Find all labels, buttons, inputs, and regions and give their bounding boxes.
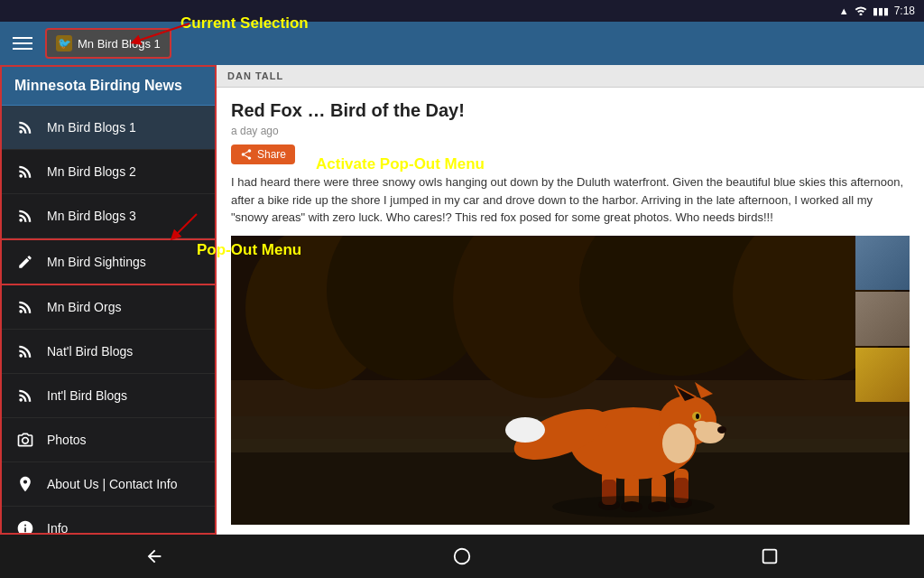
svg-point-15	[717, 426, 726, 434]
sidebar-item-natl-bird-blogs[interactable]: Nat'l Bird Blogs	[2, 330, 215, 374]
sidebar-header: Minnesota Birding News	[2, 67, 215, 106]
battery-icon: ▮▮▮	[873, 5, 889, 17]
sidebar-item-mn-bird-blogs-3[interactable]: Mn Bird Blogs 3	[2, 194, 215, 238]
sidebar-item-label-6: Nat'l Bird Blogs	[47, 344, 133, 359]
sidebar-item-label-8: Photos	[47, 433, 87, 447]
sidebar-item-about-us[interactable]: About Us | Contact Info	[2, 462, 215, 507]
hamburger-button[interactable]	[9, 33, 36, 53]
content-header-label: DAN TALL	[227, 70, 283, 81]
current-selection-badge[interactable]: 🐦 Mn Bird Blogs 1	[45, 28, 171, 59]
top-bar: 🐦 Mn Bird Blogs 1 Current Selection	[0, 22, 924, 65]
pen-icon	[14, 251, 36, 273]
share-label: Share	[257, 148, 286, 161]
svg-point-17	[696, 414, 699, 419]
bottom-nav	[0, 535, 924, 578]
home-button[interactable]	[425, 539, 499, 573]
svg-point-35	[552, 496, 715, 517]
sidebar-item-label-10: Info	[47, 521, 68, 535]
hamburger-line-2	[13, 42, 32, 44]
wifi-icon	[855, 5, 867, 17]
thumb-2	[855, 292, 910, 346]
svg-point-38	[455, 549, 470, 564]
sidebar-item-mn-bird-orgs[interactable]: Mn Bird Orgs	[2, 285, 215, 330]
article: Red Fox … Bird of the Day! a day ago Sha…	[217, 88, 924, 535]
sidebar-item-info[interactable]: Info	[2, 507, 215, 535]
time-display: 7:18	[894, 5, 915, 17]
badge-label: Mn Bird Blogs 1	[78, 37, 161, 51]
article-time: a day ago	[231, 125, 910, 137]
svg-point-31	[662, 424, 695, 463]
sidebar-item-mn-bird-sightings[interactable]: Mn Bird Sightings	[2, 238, 215, 285]
rss-icon-6	[14, 340, 36, 362]
signal-icon: ▲	[839, 5, 849, 16]
bird-logo-icon: 🐦	[56, 35, 72, 51]
sidebar-item-mn-bird-blogs-1[interactable]: Mn Bird Blogs 1	[2, 106, 215, 150]
rss-icon-3	[14, 205, 36, 227]
sidebar-item-label-5: Mn Bird Orgs	[47, 300, 121, 314]
svg-point-30	[505, 417, 545, 443]
status-bar: ▲ ▮▮▮ 7:18	[0, 0, 924, 22]
sidebar-item-mn-bird-blogs-2[interactable]: Mn Bird Blogs 2	[2, 150, 215, 194]
content-area: DAN TALL Red Fox … Bird of the Day! a da…	[217, 65, 924, 535]
sidebar-item-label-3: Mn Bird Blogs 3	[47, 209, 136, 223]
rss-icon-5	[14, 296, 36, 318]
camera-icon	[14, 429, 36, 451]
sidebar-item-label-2: Mn Bird Blogs 2	[47, 164, 136, 179]
thumb-3	[855, 348, 910, 402]
rss-icon-2	[14, 161, 36, 182]
sidebar-item-label-7: Int'l Bird Blogs	[47, 388, 127, 403]
article-title: Red Fox … Bird of the Day!	[231, 100, 910, 121]
content-header-bar: DAN TALL	[217, 65, 924, 88]
article-image	[231, 236, 910, 525]
sidebar-item-label-4: Mn Bird Sightings	[47, 255, 146, 269]
sidebar-item-intl-bird-blogs[interactable]: Int'l Bird Blogs	[2, 374, 215, 418]
thumb-1	[855, 236, 910, 290]
svg-point-32	[694, 421, 708, 430]
sidebar: Minnesota Birding News Mn Bird Blogs 1 M…	[0, 65, 217, 535]
hamburger-line-1	[13, 37, 32, 39]
article-body: I had heard there were three snowy owls …	[231, 173, 910, 227]
share-button[interactable]: Share	[231, 144, 295, 164]
store-icon	[14, 473, 36, 495]
rss-icon-1	[14, 117, 36, 138]
rss-icon-7	[14, 385, 36, 406]
svg-rect-39	[763, 550, 777, 564]
sidebar-item-label-9: About Us | Contact Info	[47, 477, 178, 491]
info-icon	[14, 517, 36, 535]
sidebar-item-photos[interactable]: Photos	[2, 418, 215, 462]
recent-apps-button[interactable]	[733, 539, 807, 573]
hamburger-line-3	[13, 48, 32, 50]
thumbnail-strip	[855, 236, 910, 402]
back-button[interactable]	[117, 539, 191, 573]
sidebar-item-label-1: Mn Bird Blogs 1	[47, 120, 136, 135]
